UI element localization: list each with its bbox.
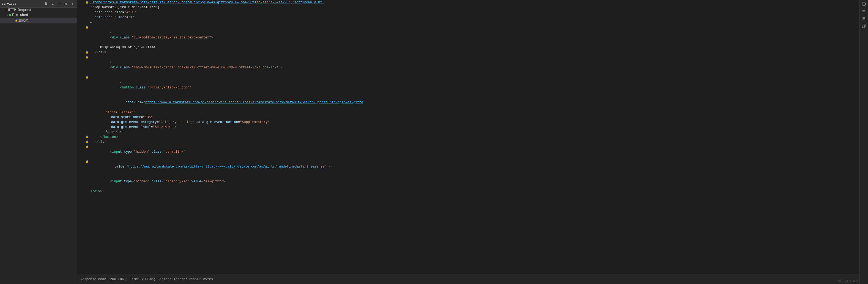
finished-expand-icon: ▾ xyxy=(7,13,8,17)
line-content-15: data-gtm-event-label="Show More"> xyxy=(89,125,858,130)
right-panel xyxy=(859,0,868,284)
main-content: 🔒 .store/Sites-altardstate-Site/default/… xyxy=(77,0,859,284)
line-content-22: </div> xyxy=(89,189,858,194)
lock-icon-19: 🔒 xyxy=(86,146,89,148)
lock-19: 🔒 xyxy=(85,144,89,149)
sidebar-item-http-request[interactable]: ▾ ☰ HTTP Request xyxy=(0,8,77,13)
lock-18: 🔒 xyxy=(85,140,89,144)
sidebar-toolbar: Services ⇅ ≡ ⊡ ⊠ + xyxy=(0,0,77,8)
test1-label: 测试#1 xyxy=(19,18,29,23)
monitor-icon-button[interactable] xyxy=(860,1,868,8)
line-content-18: </div> xyxy=(89,140,858,144)
code-line-20: 🔒 value="https://www.altardstate.com/as/… xyxy=(77,159,859,174)
line-content-7: Displaying 90 of 1,159 Items xyxy=(89,45,858,50)
code-line-2: :"Top Rated"}],"ruleId":"Featured"} xyxy=(77,5,859,10)
search-button[interactable]: ⊠ xyxy=(63,1,68,7)
line-content-19: <input type="hidden" class="permalink" xyxy=(89,144,858,159)
line-content-4: data-page-number="1" xyxy=(89,15,858,20)
watermark: CSDN @A_I_H_O xyxy=(837,280,858,283)
code-line-17: 🔒 </button> xyxy=(77,135,859,140)
http-request-label: HTTP Request xyxy=(8,8,32,12)
sidebar: Services ⇅ ≡ ⊡ ⊠ + ▾ ☰ HTTP Request ▾ Fi… xyxy=(0,0,77,284)
line-content-16: Show More xyxy=(89,130,858,135)
svg-rect-13 xyxy=(862,25,864,28)
code-line-8: 🔒 </div> xyxy=(77,50,859,55)
lock-icon-8: 🔒 xyxy=(86,51,89,54)
lock-icon-17: 🔒 xyxy=(86,136,89,138)
lock-icon-18: 🔒 xyxy=(86,141,89,143)
line-content-9: ▼ <div class="show-more text-center col-… xyxy=(89,55,858,75)
line-content-17: </button> xyxy=(89,135,858,140)
lock-icon-9: 🔒 xyxy=(86,56,89,59)
code-line-18: 🔒 </div> xyxy=(77,140,859,144)
code-line-14: data-gtm-event-category="Category Landin… xyxy=(77,120,859,125)
code-line-15: data-gtm-event-label="Show More"> xyxy=(77,125,859,130)
lock-icon-20: 🔒 xyxy=(86,161,89,163)
code-line-9: 🔒 ▼ <div class="show-more text-center co… xyxy=(77,55,859,75)
collapse-arrow-5[interactable]: ▶ xyxy=(90,21,92,24)
line-content-21: <input type="hidden" class="category-id"… xyxy=(89,174,858,189)
code-line-6: 🔒 ▼ <div class="clp-bottom-display-resul… xyxy=(77,25,859,45)
line-content-5: ▶ xyxy=(89,20,858,25)
spacer-area xyxy=(77,194,859,202)
lock-10: 🔒 xyxy=(85,75,89,80)
line-content-6: ▼ <div class="clp-bottom-display-results… xyxy=(89,25,858,45)
expand-all-button[interactable]: ⇅ xyxy=(43,1,49,7)
line-content-12: start=90&sz=45" xyxy=(89,110,858,115)
expand-arrow-icon: ▾ xyxy=(2,8,4,12)
code-line-12: start=90&sz=45" xyxy=(77,110,859,115)
code-line-19: 🔒 <input type="hidden" class="permalink" xyxy=(77,144,859,159)
data-url-link[interactable]: https://www.altardstate.com/on/demandwar… xyxy=(145,101,363,104)
finished-label: Finished xyxy=(12,13,28,17)
collapse-all-button[interactable]: ≡ xyxy=(50,1,55,7)
line-content-8: </div> xyxy=(89,50,858,55)
line-content-20: value="https://www.altardstate.com/as/gi… xyxy=(89,159,858,174)
collapse-arrow-10[interactable]: ▼ xyxy=(120,81,122,84)
collapse-arrow-6[interactable]: ▼ xyxy=(110,31,112,34)
code-line-10: 🔒 ▼ <button class="primary-black-button" xyxy=(77,75,859,95)
add-button[interactable]: + xyxy=(70,1,75,7)
code-line-7: Displaying 90 of 1,159 Items xyxy=(77,45,859,50)
permalink-url-link[interactable]: https://www.altardstate.com/as/gifts/?ht… xyxy=(128,165,324,169)
app-container: Services ⇅ ≡ ⊡ ⊠ + ▾ ☰ HTTP Request ▾ Fi… xyxy=(0,0,868,284)
response-footer: Response code: 200 (OK); Time: 2008ms; C… xyxy=(77,274,859,284)
line-content-1[interactable]: .store/Sites-altardstate-Site/default/Se… xyxy=(89,0,858,5)
code-area[interactable]: 🔒 .store/Sites-altardstate-Site/default/… xyxy=(77,0,859,274)
lock-6: 🔒 xyxy=(85,25,89,30)
response-status-text: Response code: 200 (OK); Time: 2008ms; C… xyxy=(80,277,213,281)
sidebar-item-finished[interactable]: ▾ Finished xyxy=(0,13,77,17)
line-content-13: data-startIndex="135" xyxy=(89,115,858,120)
code-line-13: data-startIndex="135" xyxy=(77,115,859,120)
code-line-21: <input type="hidden" class="category-id"… xyxy=(77,174,859,189)
code-line-1: 🔒 .store/Sites-altardstate-Site/default/… xyxy=(77,0,859,5)
line-content-2: :"Top Rated"}],"ruleId":"Featured"} xyxy=(89,5,858,10)
lock-17: 🔒 xyxy=(85,135,89,140)
lock-icon-10: 🔒 xyxy=(86,76,89,79)
code-line-22: </div> xyxy=(77,189,859,194)
status-dot-icon xyxy=(9,14,11,16)
lock-8: 🔒 xyxy=(85,50,89,55)
list-lines-icon-button[interactable] xyxy=(860,8,868,15)
collapse-arrow-9[interactable]: ▼ xyxy=(110,61,112,64)
list-indent-icon-button[interactable] xyxy=(860,15,868,22)
line-content-3: data-page-size="45.0" xyxy=(89,10,858,15)
code-line-5: ▶ xyxy=(77,20,859,25)
lock-icon-6: 🔒 xyxy=(86,26,89,29)
lock-1: 🔒 xyxy=(85,0,89,5)
sidebar-title-label: Services xyxy=(2,2,42,5)
test-lock-icon: 🔒 xyxy=(15,19,18,22)
sidebar-item-test1[interactable]: 🔒 测试#1 xyxy=(0,17,77,23)
code-line-4: data-page-number="1" xyxy=(77,15,859,20)
code-line-3: data-page-size="45.0" xyxy=(77,10,859,15)
code-line-11: data-url="https://www.altardstate.com/on… xyxy=(77,95,859,110)
filter-button[interactable]: ⊡ xyxy=(56,1,62,7)
line-content-10: ▼ <button class="primary-black-button" xyxy=(89,75,858,95)
http-icon: ☰ xyxy=(4,8,7,12)
svg-rect-0 xyxy=(862,3,866,5)
copy-icon-button[interactable] xyxy=(860,23,868,29)
lock-9: 🔒 xyxy=(85,55,89,60)
code-line-16: Show More xyxy=(77,130,859,135)
lock-20: 🔒 xyxy=(85,159,89,164)
line-content-11: data-url="https://www.altardstate.com/on… xyxy=(89,95,858,110)
line-content-14: data-gtm-event-category="Category Landin… xyxy=(89,120,858,125)
